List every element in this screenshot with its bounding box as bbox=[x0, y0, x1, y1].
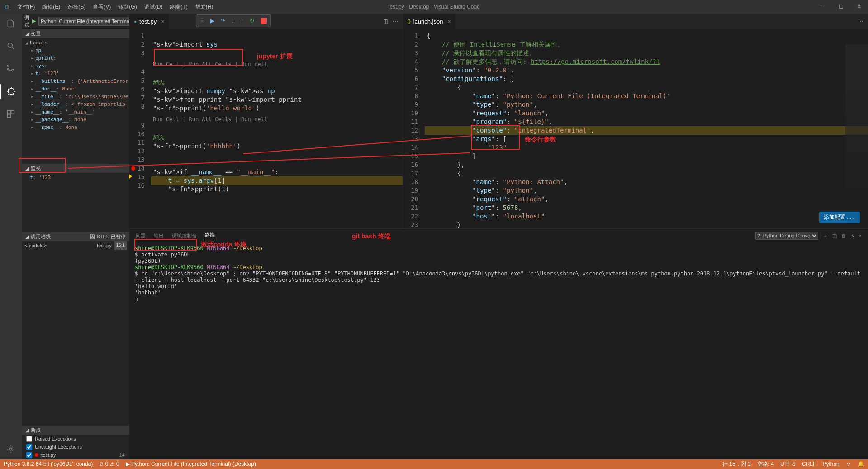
bottom-panel: 问题 输出 调试控制台 终端 2: Python Debug Conso ＋ ◫… bbox=[129, 228, 868, 459]
debug-icon[interactable] bbox=[0, 84, 22, 99]
menu-debug[interactable]: 调试(D) bbox=[141, 0, 166, 14]
variable-row[interactable]: ▸t: '123' bbox=[24, 70, 128, 77]
titlebar: ⧉ 文件(F) 编辑(E) 选择(S) 查看(V) 转到(G) 调试(D) 终端… bbox=[0, 0, 868, 14]
variable-row[interactable]: ▸np: bbox=[24, 47, 128, 54]
menu-select[interactable]: 选择(S) bbox=[64, 0, 89, 14]
svg-point-5 bbox=[10, 448, 12, 450]
panel-close-icon[interactable]: × bbox=[859, 233, 862, 238]
variable-row[interactable]: ▸__loader__: <_frozen_importlib_externa… bbox=[24, 100, 128, 108]
status-feedback-icon[interactable]: ☺ bbox=[846, 461, 851, 467]
svg-rect-4 bbox=[8, 114, 11, 118]
status-indent[interactable]: 空格: 4 bbox=[757, 460, 774, 468]
variable-row[interactable]: ▸pprint: bbox=[24, 54, 128, 62]
debug-config-select[interactable]: Python: Current File (Integrated Termina… bbox=[38, 17, 140, 26]
tab-test-py[interactable]: ● test.py × bbox=[129, 14, 170, 29]
debug-label: 调试 bbox=[24, 14, 29, 28]
panel-tab-terminal[interactable]: 终端 bbox=[205, 232, 215, 240]
debug-sidebar: 调试 ▶ Python: Current File (Integrated Te… bbox=[22, 14, 129, 459]
section-breakpoints[interactable]: ◢断点 bbox=[22, 426, 129, 435]
svg-rect-3 bbox=[11, 111, 14, 114]
variable-row[interactable]: ▸sys: bbox=[24, 62, 128, 70]
stop-icon[interactable] bbox=[261, 18, 267, 24]
editor-right[interactable]: 1234567891011121314151617181920212223 { … bbox=[403, 29, 868, 228]
status-line-col[interactable]: 行 15，列 1 bbox=[722, 460, 751, 468]
split-editor-icon[interactable]: ◫ bbox=[383, 18, 388, 24]
menu-help[interactable]: 帮助(H) bbox=[191, 0, 217, 14]
close-icon[interactable]: ✕ bbox=[850, 0, 868, 14]
menu-terminal[interactable]: 终端(T) bbox=[166, 0, 191, 14]
variable-row[interactable]: ▸__package__: None bbox=[24, 116, 128, 123]
search-icon[interactable] bbox=[0, 39, 22, 53]
python-file-icon: ● bbox=[134, 19, 137, 24]
panel-up-icon[interactable]: ∧ bbox=[851, 233, 854, 239]
status-bell-icon[interactable]: 🔔 bbox=[858, 461, 864, 467]
extensions-icon[interactable] bbox=[0, 107, 22, 121]
maximize-icon[interactable]: ☐ bbox=[832, 0, 850, 14]
tab-launch-json[interactable]: {} launch.json × bbox=[403, 14, 456, 29]
status-eol[interactable]: CRLF bbox=[802, 461, 816, 467]
status-bar: Python 3.6.2 64-bit ('py36DL': conda) ⊘ … bbox=[0, 459, 868, 469]
add-config-button[interactable]: 添加配置... bbox=[819, 212, 860, 223]
tab-close-icon[interactable]: × bbox=[161, 18, 165, 25]
editor-left[interactable]: 12345678910111213141516 "s-kw">import sy… bbox=[129, 29, 403, 228]
variable-row[interactable]: ▸__builtins__: {'ArithmeticError': bbox=[24, 77, 128, 85]
editor-actions-more-icon[interactable]: ⋯ bbox=[393, 18, 398, 24]
status-python-env[interactable]: Python 3.6.2 64-bit ('py36DL': conda) bbox=[4, 461, 93, 467]
activity-bar bbox=[0, 14, 22, 459]
variables-scope[interactable]: ◢Locals bbox=[24, 39, 128, 47]
svg-point-1 bbox=[8, 88, 14, 94]
status-debug-config[interactable]: ▶ Python: Current File (Integrated Termi… bbox=[126, 461, 256, 467]
panel-tab-problems[interactable]: 问题 bbox=[136, 232, 146, 239]
files-icon[interactable] bbox=[0, 16, 22, 31]
variable-row[interactable]: ▸__doc__: None bbox=[24, 85, 128, 93]
continue-icon[interactable]: ▶ bbox=[210, 18, 214, 24]
section-watch[interactable]: ◢监视 bbox=[22, 164, 129, 173]
settings-gear-icon[interactable] bbox=[0, 442, 22, 456]
menu-view[interactable]: 查看(V) bbox=[89, 0, 114, 14]
menu-file[interactable]: 文件(F) bbox=[14, 0, 38, 14]
git-icon[interactable] bbox=[0, 62, 22, 76]
bp-uncaught[interactable]: Uncaught Exceptions bbox=[22, 443, 129, 451]
debug-toolbar[interactable]: ⠿ ▶ ↷ ↓ ↑ ↻ bbox=[196, 14, 271, 27]
terminal-body[interactable]: shine@DESKTOP-KLK9560 MINGW64 ~/Desktop … bbox=[129, 242, 868, 459]
start-debug-icon[interactable]: ▶ bbox=[32, 18, 36, 24]
new-terminal-icon[interactable]: ＋ bbox=[823, 232, 828, 239]
variable-row[interactable]: ▸__name__: '__main__' bbox=[24, 108, 128, 116]
vscode-logo-icon: ⧉ bbox=[0, 3, 14, 11]
section-callstack[interactable]: ◢调用堆栈因 STEP 已暂停 bbox=[22, 232, 129, 241]
bp-file[interactable]: test.py14 bbox=[22, 451, 129, 459]
editor-actions-more-icon[interactable]: ⋯ bbox=[858, 18, 863, 24]
split-terminal-icon[interactable]: ◫ bbox=[832, 233, 837, 239]
panel-tab-output[interactable]: 输出 bbox=[154, 232, 164, 239]
terminal-selector[interactable]: 2: Python Debug Conso bbox=[755, 232, 818, 240]
bp-raised[interactable]: Raised Exceptions bbox=[22, 435, 129, 443]
minimap[interactable] bbox=[845, 44, 868, 228]
watch-row[interactable]: t: '123' bbox=[24, 174, 128, 181]
step-over-icon[interactable]: ↷ bbox=[221, 18, 225, 24]
variable-row[interactable]: ▸__spec__: None bbox=[24, 123, 128, 131]
drag-handle-icon[interactable]: ⠿ bbox=[200, 18, 204, 24]
callstack-frame[interactable]: <module> test.py 15:1 bbox=[22, 241, 129, 250]
status-language[interactable]: Python bbox=[822, 461, 839, 467]
restart-icon[interactable]: ↻ bbox=[250, 18, 254, 24]
minimize-icon[interactable]: ─ bbox=[814, 0, 832, 14]
menu-edit[interactable]: 编辑(E) bbox=[38, 0, 64, 14]
trash-icon[interactable]: 🗑 bbox=[841, 233, 846, 238]
editor-area: ⠿ ▶ ↷ ↓ ↑ ↻ ● test.py × ◫ ⋯ bbox=[129, 14, 868, 459]
variable-row[interactable]: ▸__file__: 'c:\\Users\\shine\\Desktop\\… bbox=[24, 93, 128, 100]
window-title: test.py - Desktop - Visual Studio Code bbox=[388, 4, 480, 10]
section-variables[interactable]: ◢变量 bbox=[22, 29, 129, 38]
step-into-icon[interactable]: ↓ bbox=[232, 18, 234, 24]
json-file-icon: {} bbox=[408, 19, 411, 24]
status-encoding[interactable]: UTF-8 bbox=[780, 461, 796, 467]
svg-point-0 bbox=[8, 43, 12, 47]
step-out-icon[interactable]: ↑ bbox=[241, 18, 243, 24]
svg-rect-2 bbox=[8, 111, 11, 114]
menu-goto[interactable]: 转到(G) bbox=[114, 0, 140, 14]
panel-tab-debugconsole[interactable]: 调试控制台 bbox=[172, 232, 197, 239]
status-problems[interactable]: ⊘ 0 ⚠ 0 bbox=[99, 461, 119, 467]
tab-close-icon[interactable]: × bbox=[447, 18, 451, 25]
